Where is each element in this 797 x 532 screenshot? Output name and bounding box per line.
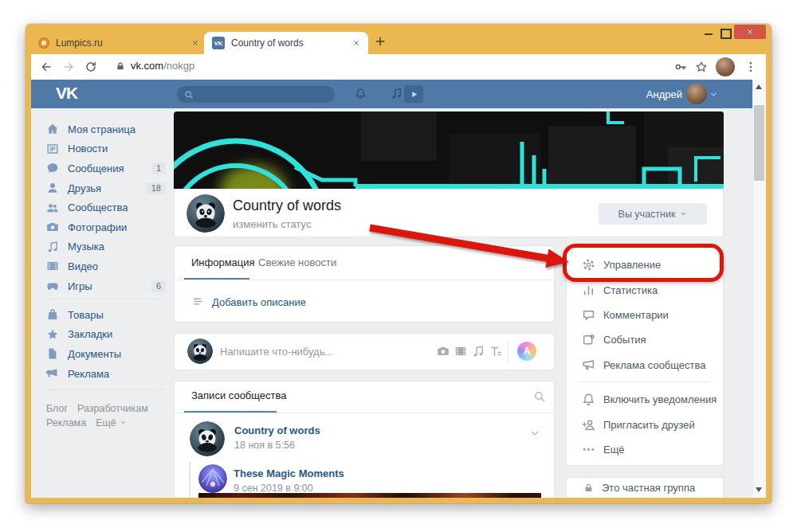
composer-placeholder[interactable]: Напишите что-нибудь... [220, 346, 333, 358]
sidebar-item[interactable]: Игры6 [46, 276, 166, 296]
sidebar-item[interactable]: Друзья18 [46, 178, 166, 198]
member-button[interactable]: Вы участник [599, 203, 707, 225]
sidebar-item[interactable]: Сообщества [46, 198, 166, 217]
bookmark-star-icon[interactable] [695, 61, 708, 73]
sidebar-item-label: Новости [68, 143, 108, 155]
sidebar-item[interactable]: Фотографии [46, 217, 166, 237]
wall-title[interactable]: Записи сообщества [191, 389, 287, 401]
post-date[interactable]: 18 ноя в 5:56 [234, 440, 295, 451]
forward-icon[interactable] [62, 61, 75, 73]
audio-note-icon[interactable] [472, 345, 485, 358]
close-button[interactable] [734, 25, 766, 39]
action-menu-item[interactable]: Ещё [566, 437, 724, 462]
sidebar-item[interactable]: Моя страница [46, 119, 166, 139]
divider [175, 280, 554, 280]
action-menu-item[interactable]: Реклама сообщества [566, 353, 724, 377]
footer-link[interactable]: Разработчикам [77, 403, 148, 414]
new-tab-button[interactable] [375, 36, 386, 47]
action-menu-label: Реклама сообщества [603, 359, 706, 371]
sidebar-item[interactable]: Товары [46, 305, 166, 325]
footer-link[interactable]: Ещё [96, 417, 116, 428]
action-menu-item[interactable]: Пригласить друзей [566, 412, 724, 436]
key-icon[interactable] [674, 61, 687, 73]
sidebar-item-label: Реклама [68, 368, 109, 380]
browser-profile-avatar[interactable] [716, 57, 735, 76]
reload-icon[interactable] [84, 61, 97, 73]
chevron-down-icon [680, 210, 687, 217]
highlight-box [563, 244, 724, 282]
sidebar-divider [46, 389, 164, 390]
community-avatar[interactable] [186, 194, 225, 233]
post-author-avatar[interactable] [190, 421, 225, 456]
comments-icon [582, 308, 595, 322]
action-menu-label: Пригласить друзей [603, 419, 695, 431]
count-badge: 18 [147, 182, 166, 194]
tab-close-icon[interactable] [352, 39, 360, 47]
sidebar-item-label: Игры [68, 280, 92, 292]
url-field[interactable]: vk.com/nokgp [116, 60, 194, 72]
market-icon [46, 308, 59, 321]
repost-photo[interactable] [198, 493, 541, 498]
repost-indent-line [189, 462, 190, 498]
bookmarks-icon [46, 328, 59, 341]
sidebar-item-label: Сообщения [68, 162, 124, 174]
maximize-button[interactable] [720, 29, 732, 39]
photo-camera-icon[interactable] [437, 345, 450, 358]
sidebar-item-label: Фотографии [68, 221, 127, 233]
sidebar-item-label: Видео [68, 260, 98, 272]
header-user-name[interactable]: Андрей [606, 88, 682, 100]
action-menu-item[interactable]: Включить уведомления [566, 387, 724, 412]
post-menu-chevron-icon[interactable] [529, 428, 540, 439]
poster-badge[interactable]: A [517, 342, 536, 361]
post-author[interactable]: Country of words [234, 424, 320, 436]
action-menu-item[interactable]: Комментарии [566, 303, 724, 327]
notifications-bell-icon[interactable] [355, 88, 367, 100]
sidebar-item[interactable]: Сообщения1 [46, 158, 166, 178]
add-description-link[interactable]: Добавить описание [212, 296, 306, 308]
tab-information[interactable]: Информация [191, 256, 255, 268]
vk-logo[interactable]: VK [56, 84, 77, 103]
article-icon[interactable] [489, 345, 502, 358]
browser-tab-lumpics[interactable]: Lumpics.ru [38, 32, 199, 54]
back-icon[interactable] [40, 61, 53, 73]
action-menu-label: Включить уведомления [603, 393, 717, 405]
minimize-button[interactable] [705, 33, 713, 35]
actions-menu-secondary: Включить уведомленияПригласить друзейЕщё [566, 387, 724, 462]
wall-search-icon[interactable] [533, 390, 546, 403]
repost-author-avatar[interactable] [198, 464, 227, 493]
sidebar-item[interactable]: Новости [46, 139, 166, 159]
video-player-button[interactable] [404, 85, 423, 103]
search-input[interactable] [177, 86, 335, 103]
footer-link[interactable]: Реклама [46, 417, 86, 428]
video-film-icon[interactable] [454, 345, 467, 358]
invite-icon [582, 418, 595, 432]
sidebar-item[interactable]: Видео [46, 256, 166, 276]
sidebar-item[interactable]: Закладки [46, 325, 166, 345]
header-user-avatar[interactable] [686, 84, 707, 104]
scroll-down-arrow[interactable] [756, 487, 762, 492]
tab-close-icon[interactable] [191, 39, 199, 47]
tab-fresh-news[interactable]: Свежие новости [258, 256, 336, 268]
member-button-label: Вы участник [618, 209, 676, 220]
scrollbar-thumb[interactable] [754, 105, 764, 181]
browser-menu-icon[interactable] [744, 61, 757, 73]
browser-tab-vk[interactable]: VK Country of words [204, 32, 368, 54]
sidebar-item-label: Товары [68, 309, 104, 321]
sidebar-item[interactable]: Музыка [46, 237, 166, 257]
repost-author[interactable]: These Magic Moments [234, 467, 344, 479]
scroll-up-arrow[interactable] [756, 84, 762, 89]
lumpics-favicon [38, 37, 49, 49]
change-status-link[interactable]: изменить статус [233, 218, 311, 230]
music-icon[interactable] [391, 88, 402, 100]
wall-tab-underline [184, 411, 277, 413]
action-menu-item[interactable]: События [566, 327, 724, 352]
footer-link[interactable]: Блог [46, 403, 68, 414]
more-icon [582, 443, 595, 456]
messages-icon [46, 162, 59, 174]
action-menu-label: Комментарии [603, 309, 669, 321]
sidebar-item[interactable]: Документы [46, 344, 166, 364]
home-icon [46, 123, 59, 135]
repost-date[interactable]: 9 сен 2019 в 9:00 [234, 483, 313, 494]
chevron-down-icon[interactable] [709, 90, 718, 99]
sidebar-item[interactable]: Реклама [46, 364, 166, 384]
